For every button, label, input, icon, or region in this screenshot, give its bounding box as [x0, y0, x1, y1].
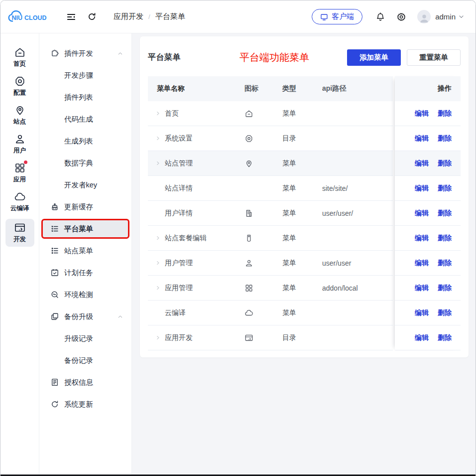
- edit-link[interactable]: 编辑: [415, 234, 429, 243]
- table-scroll-area[interactable]: 菜单名称 图标 类型 api路径 首页 菜单 系统设置 目录 站点管: [148, 76, 393, 350]
- menu-item-生成列表[interactable]: 生成列表: [42, 132, 128, 150]
- collapse-menu-icon[interactable]: [66, 12, 76, 22]
- menu-item-label: 开发者key: [64, 180, 97, 190]
- row-menu-name: 站点管理: [165, 159, 193, 168]
- menu-item-系统更新[interactable]: 系统更新: [42, 395, 128, 413]
- list-icon: [50, 224, 59, 233]
- app-rail: 首页 配置 站点 用户 应用 云编译 开发: [0, 33, 39, 475]
- breadcrumb-section[interactable]: 应用开发: [114, 12, 143, 21]
- rail-item-应用[interactable]: 应用: [5, 161, 34, 185]
- edit-link[interactable]: 编辑: [415, 209, 429, 218]
- menu-item-label: 升级记录: [64, 334, 93, 343]
- col-header-type: 类型: [274, 84, 314, 93]
- delete-link[interactable]: 删除: [438, 209, 452, 218]
- rail-item-label: 站点: [13, 118, 26, 126]
- rail-item-开发[interactable]: 开发: [5, 219, 34, 247]
- table-row: 应用管理 菜单 addon/local: [148, 276, 393, 301]
- menu-item-数据字典[interactable]: 数据字典: [42, 154, 128, 172]
- home-icon: [14, 46, 26, 58]
- chevron-down-icon[interactable]: [458, 13, 465, 20]
- rail-item-云编译[interactable]: 云编译: [5, 190, 34, 214]
- delete-link[interactable]: 删除: [438, 234, 452, 243]
- add-menu-button[interactable]: 添加菜单: [347, 49, 401, 66]
- row-menu-type: 目录: [274, 333, 314, 342]
- menu-item-label: 平台菜单: [64, 224, 93, 234]
- menu-item-平台菜单[interactable]: 平台菜单: [42, 220, 128, 238]
- table-row: 站点管理 菜单: [148, 151, 393, 176]
- menu-item-站点菜单[interactable]: 站点菜单: [42, 242, 128, 260]
- delete-link[interactable]: 删除: [438, 109, 452, 118]
- rail-item-用户[interactable]: 用户: [5, 132, 34, 156]
- menu-item-计划任务[interactable]: 计划任务: [42, 264, 128, 282]
- client-button-label: 客户端: [332, 12, 354, 21]
- delete-link[interactable]: 删除: [438, 259, 452, 268]
- rail-item-首页[interactable]: 首页: [5, 45, 34, 69]
- breadcrumb-current: 平台菜单: [155, 12, 185, 21]
- edit-link[interactable]: 编辑: [415, 259, 429, 268]
- menu-item-更新缓存[interactable]: 更新缓存: [42, 198, 128, 216]
- reset-menu-button[interactable]: 重置菜单: [407, 49, 461, 66]
- chevron-up-icon: [117, 50, 123, 57]
- menu-item-插件开发[interactable]: 插件开发: [42, 44, 128, 62]
- table-row-ops: 编辑 删除: [395, 151, 461, 176]
- menu-item-label: 代码生成: [64, 115, 93, 124]
- username[interactable]: admin: [435, 12, 456, 21]
- row-api-path: user/user/: [314, 209, 393, 217]
- edit-link[interactable]: 编辑: [415, 109, 429, 118]
- col-header-ops: 操作: [438, 84, 452, 93]
- dev-menu-sidebar: 插件开发 开发步骤 插件列表 代码生成 生成列表 数据字典 开发者key 更新缓…: [39, 33, 132, 475]
- menu-item-label: 系统更新: [64, 400, 93, 409]
- user-icon: [244, 259, 253, 268]
- expand-row-icon[interactable]: [155, 285, 165, 291]
- rail-item-站点[interactable]: 站点: [5, 103, 34, 127]
- menu-item-升级记录[interactable]: 升级记录: [42, 329, 128, 347]
- table-row-ops: 编辑 删除: [395, 301, 461, 325]
- edit-link[interactable]: 编辑: [415, 184, 429, 193]
- menu-item-代码生成[interactable]: 代码生成: [42, 110, 128, 128]
- delete-link[interactable]: 删除: [438, 309, 452, 317]
- plugin-icon: [50, 49, 59, 58]
- expand-row-icon[interactable]: [155, 334, 165, 341]
- refresh-icon[interactable]: [87, 12, 97, 21]
- broom-icon: [50, 202, 59, 211]
- expand-row-icon[interactable]: [155, 235, 165, 241]
- row-menu-type: 菜单: [274, 184, 314, 193]
- expand-row-icon[interactable]: [155, 160, 165, 166]
- expand-row-icon[interactable]: [155, 135, 165, 142]
- client-button[interactable]: 客户端: [312, 9, 362, 24]
- menu-item-label: 数据字典: [64, 159, 93, 168]
- menu-item-label: 站点菜单: [64, 246, 93, 256]
- menu-item-label: 备份记录: [64, 356, 93, 365]
- delete-link[interactable]: 删除: [438, 333, 452, 342]
- col-header-api: api路径: [314, 84, 393, 93]
- menu-item-开发步骤[interactable]: 开发步骤: [42, 66, 128, 84]
- menu-item-备份记录[interactable]: 备份记录: [42, 351, 128, 369]
- row-menu-name: 应用管理: [165, 284, 193, 293]
- delete-link[interactable]: 删除: [438, 284, 452, 293]
- table-row-ops: 编辑 删除: [395, 226, 461, 251]
- delete-link[interactable]: 删除: [438, 159, 452, 168]
- avatar[interactable]: [417, 10, 431, 23]
- rail-item-label: 应用: [13, 175, 26, 184]
- table-row-ops: 编辑 删除: [395, 276, 461, 301]
- delete-link[interactable]: 删除: [438, 134, 452, 143]
- dev-icon: [14, 222, 26, 234]
- edit-link[interactable]: 编辑: [415, 159, 429, 168]
- edit-link[interactable]: 编辑: [415, 309, 429, 317]
- expand-row-icon[interactable]: [155, 110, 165, 117]
- edit-link[interactable]: 编辑: [415, 134, 429, 143]
- menu-item-插件列表[interactable]: 插件列表: [42, 88, 128, 106]
- menu-item-开发者key[interactable]: 开发者key: [42, 176, 128, 194]
- edit-link[interactable]: 编辑: [415, 333, 429, 342]
- delete-link[interactable]: 删除: [438, 184, 452, 193]
- rail-item-配置[interactable]: 配置: [5, 74, 34, 98]
- bell-icon[interactable]: [375, 12, 385, 22]
- niucloud-logo[interactable]: NIU CLOUD: [7, 8, 59, 25]
- edit-link[interactable]: 编辑: [415, 284, 429, 293]
- menu-item-授权信息[interactable]: 授权信息: [42, 373, 128, 391]
- expand-row-icon[interactable]: [155, 260, 165, 266]
- gear-icon[interactable]: [396, 12, 406, 22]
- menu-item-环境检测[interactable]: 环境检测: [42, 286, 128, 304]
- menu-item-备份升级[interactable]: 备份升级: [42, 308, 128, 325]
- rail-item-label: 用户: [13, 147, 26, 155]
